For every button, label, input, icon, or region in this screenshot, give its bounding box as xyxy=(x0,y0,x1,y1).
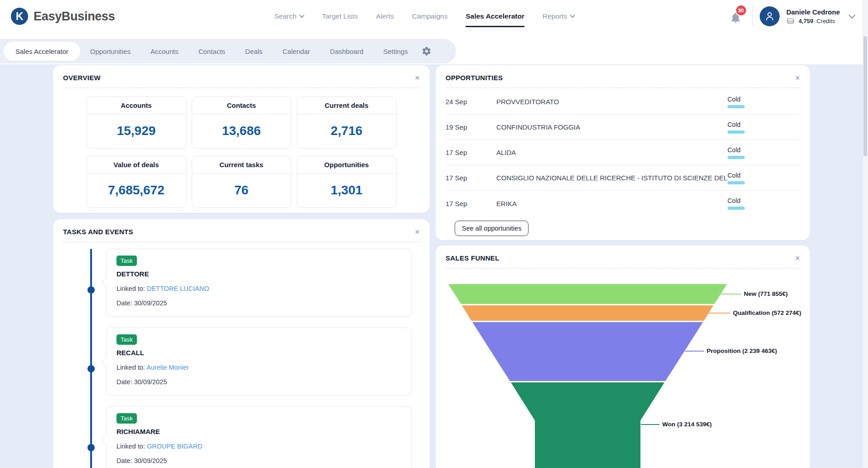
opportunity-row[interactable]: 17 Sep ERIKA Cold xyxy=(446,191,800,216)
sales-funnel-card: SALES FUNNEL × New (771 855€) Qualificat… xyxy=(436,246,810,468)
user-menu-chevron-icon[interactable] xyxy=(849,11,856,19)
chevron-down-icon xyxy=(299,13,304,18)
status-progress-bar xyxy=(727,181,745,184)
notifications-button[interactable]: 30 xyxy=(729,7,746,25)
tasks-card: TASKS AND EVENTS × Task DETTORE Linked t… xyxy=(53,219,430,468)
tab-deals[interactable]: Deals xyxy=(235,42,272,61)
app-logo[interactable]: K EasyBusiness xyxy=(11,0,115,33)
divider xyxy=(63,241,420,242)
dashboard-content: OVERVIEW × Accounts 15,929 Contacts 13,6… xyxy=(0,64,868,468)
header-divider xyxy=(752,6,753,27)
stat-contacts: Contacts 13,686 xyxy=(192,96,291,149)
status-badge: Cold xyxy=(727,96,800,108)
funnel-segment-won[interactable] xyxy=(511,382,664,468)
task-title: DETTORE xyxy=(116,270,402,278)
task-card: Task DETTORE Linked to: DETTORE LUCIANO … xyxy=(106,249,412,317)
avatar[interactable] xyxy=(760,6,780,26)
notification-count-badge: 30 xyxy=(735,5,747,16)
credits-value: 4,759 xyxy=(799,18,814,24)
close-icon[interactable]: × xyxy=(415,227,420,236)
divider xyxy=(63,87,420,88)
linked-to-label: Linked to: xyxy=(116,443,145,450)
linked-entity-link[interactable]: GROUPE BIGARD xyxy=(147,443,202,450)
tab-calendar[interactable]: Calendar xyxy=(272,42,320,61)
timeline-dot xyxy=(87,286,95,294)
timeline-dot xyxy=(87,444,95,451)
nav-campaigns[interactable]: Campaigns xyxy=(412,0,447,33)
overview-card: OVERVIEW × Accounts 15,929 Contacts 13,6… xyxy=(53,65,430,213)
tab-strip: Sales Accelerator Opportunities Accounts… xyxy=(0,39,456,63)
opportunity-row[interactable]: 24 Sep PROVVEDITORATO Cold xyxy=(446,89,800,115)
funnel-label-won: Won (3 214 539€) xyxy=(662,421,712,428)
stat-current-tasks: Current tasks 76 xyxy=(192,156,291,208)
credits-label: Credits xyxy=(816,18,835,24)
date-label: Date: xyxy=(116,457,132,464)
gear-icon xyxy=(422,46,432,56)
funnel-segment-new[interactable] xyxy=(448,284,727,304)
nav-sales-accelerator[interactable]: Sales Accelerator xyxy=(466,0,524,33)
tab-accounts[interactable]: Accounts xyxy=(141,42,189,61)
funnel-segment-proposition[interactable] xyxy=(472,322,703,381)
task-date: 30/09/2025 xyxy=(134,378,167,386)
task-title: RICHIAMARE xyxy=(116,428,402,435)
task-card: Task RECALL Linked to: Aurelie Monier Da… xyxy=(106,328,412,396)
opportunities-title: OPPORTUNITIES xyxy=(446,74,503,82)
task-card: Task RICHIAMARE Linked to: GROUPE BIGARD… xyxy=(106,406,412,468)
coins-icon xyxy=(786,18,795,25)
date-label: Date: xyxy=(116,299,132,307)
linked-entity-link[interactable]: Aurelie Monier xyxy=(146,364,189,371)
linked-to-label: Linked to: xyxy=(116,364,145,371)
overview-title: OVERVIEW xyxy=(63,74,101,82)
stat-current-deals: Current deals 2,716 xyxy=(297,96,397,149)
opportunity-row[interactable]: 17 Sep ALIDA Cold xyxy=(446,140,800,165)
logo-icon: K xyxy=(11,8,28,25)
header-right: 30 Daniele Cedrone 4,759 Credits xyxy=(729,0,854,33)
tab-sales-accelerator[interactable]: Sales Accelerator xyxy=(4,42,80,61)
task-date: 30/09/2025 xyxy=(134,457,167,464)
status-badge: Cold xyxy=(727,172,800,184)
status-progress-bar xyxy=(727,156,745,159)
tab-contacts[interactable]: Contacts xyxy=(189,42,235,61)
opportunity-row[interactable]: 19 Sep CONFINDUSTRIA FOGGIA Cold xyxy=(446,115,800,140)
nav-reports[interactable]: Reports xyxy=(543,0,574,33)
date-label: Date: xyxy=(116,378,132,386)
nav-search[interactable]: Search xyxy=(274,0,304,33)
sales-funnel-title: SALES FUNNEL xyxy=(446,254,499,262)
status-badge: Cold xyxy=(727,146,800,159)
tab-settings[interactable]: Settings xyxy=(373,42,417,61)
stat-opportunities: Opportunities 1,301 xyxy=(297,156,397,208)
tab-opportunities[interactable]: Opportunities xyxy=(80,42,141,61)
tab-dashboard[interactable]: Dashboard xyxy=(320,42,373,61)
tab-settings-gear-button[interactable] xyxy=(422,46,432,56)
close-icon[interactable]: × xyxy=(795,73,800,82)
status-progress-bar xyxy=(727,207,745,210)
page-scrollbar xyxy=(863,0,868,468)
opportunity-row[interactable]: 17 Sep CONSIGLIO NAZIONALE DELLE RICERCH… xyxy=(446,165,800,191)
task-date: 30/09/2025 xyxy=(134,299,167,307)
task-type-badge: Task xyxy=(116,334,137,345)
task-title: RECALL xyxy=(116,349,402,357)
sales-funnel-chart: New (771 855€) Qualification (572 274€) … xyxy=(436,275,810,468)
nav-alerts[interactable]: Alerts xyxy=(376,0,394,33)
credits: 4,759 Credits xyxy=(786,18,835,25)
task-type-badge: Task xyxy=(116,256,137,266)
funnel-label-proposition: Proposition (2 239 463€) xyxy=(707,347,777,354)
user-info[interactable]: Daniele Cedrone 4,759 Credits xyxy=(786,8,840,25)
person-icon xyxy=(764,10,776,22)
linked-entity-link[interactable]: DETTORE LUCIANO xyxy=(147,285,209,292)
task-type-badge: Task xyxy=(116,413,137,424)
timeline-dot xyxy=(87,365,95,372)
main-nav: Search Target Lists Alerts Campaigns Sal… xyxy=(274,0,574,33)
see-all-opportunities-button[interactable]: See all opportunities xyxy=(455,221,529,236)
funnel-segment-qualification[interactable] xyxy=(462,305,713,321)
funnel-label-qualification: Qualification (572 274€) xyxy=(733,309,801,316)
divider xyxy=(446,87,800,88)
brand-name: EasyBusiness xyxy=(34,10,115,24)
status-badge: Cold xyxy=(727,121,800,134)
close-icon[interactable]: × xyxy=(795,254,800,262)
scrollbar-thumb[interactable] xyxy=(863,36,867,156)
close-icon[interactable]: × xyxy=(415,73,420,82)
linked-to-label: Linked to: xyxy=(116,285,145,292)
opportunities-card: OPPORTUNITIES × 24 Sep PROVVEDITORATO Co… xyxy=(436,65,810,240)
nav-target-lists[interactable]: Target Lists xyxy=(322,0,358,33)
